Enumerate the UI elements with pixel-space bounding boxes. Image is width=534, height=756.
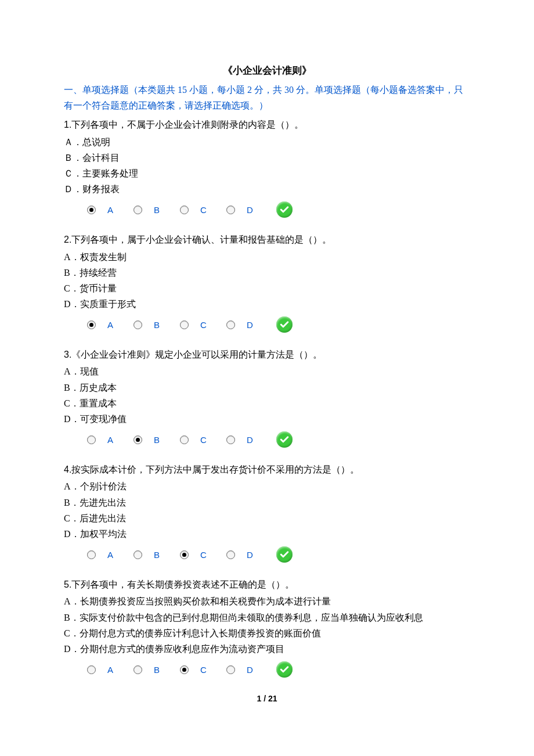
answer-letter: A bbox=[107, 665, 113, 675]
section-instructions: 一、单项选择题（本类题共 15 小题，每小题 2 分，共 30 分。单项选择题（… bbox=[64, 82, 470, 113]
doc-title: 《小企业会计准则》 bbox=[64, 64, 470, 77]
answer-choice[interactable]: C bbox=[180, 665, 226, 675]
radio-icon[interactable] bbox=[180, 665, 189, 674]
answer-letter: B bbox=[154, 665, 160, 675]
question-stem: 按实际成本计价，下列方法中属于发出存货计价不采用的方法是（）。 bbox=[71, 465, 359, 474]
radio-icon[interactable] bbox=[226, 321, 235, 329]
question-option: C．分期付息方式的债券应计利息计入长期债券投资的账面价值 bbox=[64, 625, 470, 641]
question-option: C．货币计量 bbox=[64, 280, 470, 296]
correct-check-icon bbox=[276, 201, 293, 218]
answer-choice[interactable]: B bbox=[134, 320, 180, 330]
answer-choice[interactable]: A bbox=[87, 435, 134, 445]
question-text: 2.下列各项中，属于小企业会计确认、计量和报告基础的是（）。 bbox=[64, 232, 470, 247]
question-option: B．先进先出法 bbox=[64, 495, 470, 510]
radio-icon[interactable] bbox=[87, 550, 96, 559]
radio-icon[interactable] bbox=[134, 321, 142, 329]
question-text: 1.下列各项中，不属于小企业会计准则附录的内容是（）。 bbox=[64, 117, 470, 132]
answer-choice[interactable]: C bbox=[180, 320, 226, 330]
page-number: 1 / 21 bbox=[64, 694, 470, 703]
answer-choice[interactable]: C bbox=[180, 435, 226, 445]
radio-icon[interactable] bbox=[226, 435, 235, 444]
radio-icon[interactable] bbox=[87, 665, 96, 674]
question-option: D．加权平均法 bbox=[64, 526, 470, 542]
radio-icon[interactable] bbox=[180, 206, 189, 214]
question-text: 5.下列各项中，有关长期债券投资表述不正确的是（）。 bbox=[64, 577, 470, 592]
question: 1.下列各项中，不属于小企业会计准则附录的内容是（）。Ａ．总说明Ｂ．会计科目Ｃ．… bbox=[64, 117, 470, 228]
answer-row: ABCD bbox=[64, 657, 470, 688]
answer-choice[interactable]: D bbox=[226, 205, 273, 215]
answer-choice[interactable]: A bbox=[87, 320, 134, 330]
question-option: D．实质重于形式 bbox=[64, 296, 470, 312]
radio-icon[interactable] bbox=[226, 550, 235, 559]
answer-letter: C bbox=[200, 320, 207, 330]
answer-letter: C bbox=[200, 435, 207, 445]
question-stem: 下列各项中，不属于小企业会计准则附录的内容是（）。 bbox=[71, 120, 304, 129]
answer-row: ABCD bbox=[64, 197, 470, 228]
question-option: D．分期付息方式的债券应收利息应作为流动资产项目 bbox=[64, 641, 470, 657]
question-number: 4. bbox=[64, 465, 71, 474]
question-option: A．现值 bbox=[64, 363, 470, 379]
question-option: C．后进先出法 bbox=[64, 510, 470, 526]
question-option: Ｄ．财务报表 bbox=[64, 181, 470, 197]
answer-row: ABCD bbox=[64, 542, 470, 573]
answer-choice[interactable]: A bbox=[87, 550, 134, 560]
answer-choice[interactable]: B bbox=[134, 550, 180, 560]
radio-icon[interactable] bbox=[180, 321, 189, 329]
question-option: Ｃ．主要账务处理 bbox=[64, 165, 470, 181]
answer-choice[interactable]: B bbox=[134, 665, 180, 675]
correct-check-icon bbox=[276, 546, 293, 563]
question-option: A．权责发生制 bbox=[64, 249, 470, 265]
answer-choice[interactable]: A bbox=[87, 665, 134, 675]
radio-icon[interactable] bbox=[87, 435, 96, 444]
radio-icon[interactable] bbox=[226, 206, 235, 214]
question-option: A．长期债券投资应当按照购买价款和相关税费作为成本进行计量 bbox=[64, 593, 470, 609]
radio-icon[interactable] bbox=[134, 435, 142, 444]
question-option: Ｂ．会计科目 bbox=[64, 150, 470, 165]
answer-row: ABCD bbox=[64, 427, 470, 458]
answer-choice[interactable]: D bbox=[226, 320, 273, 330]
question-option: D．可变现净值 bbox=[64, 411, 470, 427]
answer-letter: B bbox=[154, 435, 160, 445]
radio-icon[interactable] bbox=[180, 550, 189, 559]
correct-check-icon bbox=[276, 316, 293, 333]
question-stem: 下列各项中，有关长期债券投资表述不正确的是（）。 bbox=[71, 579, 294, 589]
answer-choice[interactable]: C bbox=[180, 550, 226, 560]
question-text: 4.按实际成本计价，下列方法中属于发出存货计价不采用的方法是（）。 bbox=[64, 462, 470, 477]
radio-icon[interactable] bbox=[87, 321, 96, 329]
answer-letter: D bbox=[247, 320, 253, 330]
answer-choice[interactable]: D bbox=[226, 550, 273, 560]
correct-check-icon bbox=[276, 661, 293, 678]
question: 2.下列各项中，属于小企业会计确认、计量和报告基础的是（）。A．权责发生制B．持… bbox=[64, 232, 470, 343]
correct-check-icon bbox=[276, 431, 293, 448]
question-stem: 《小企业会计准则》规定小企业可以采用的计量方法是（）。 bbox=[71, 350, 322, 359]
answer-choice[interactable]: A bbox=[87, 205, 134, 215]
answer-letter: D bbox=[247, 665, 253, 675]
answer-choice[interactable]: C bbox=[180, 205, 226, 215]
answer-choice[interactable]: D bbox=[226, 665, 273, 675]
question-text: 3.《小企业会计准则》规定小企业可以采用的计量方法是（）。 bbox=[64, 347, 470, 362]
answer-letter: C bbox=[200, 665, 207, 675]
question-option: B．实际支付价款中包含的已到付息期但尚未领取的债券利息，应当单独确认为应收利息 bbox=[64, 610, 470, 625]
question: 3.《小企业会计准则》规定小企业可以采用的计量方法是（）。A．现值B．历史成本C… bbox=[64, 347, 470, 458]
question: 4.按实际成本计价，下列方法中属于发出存货计价不采用的方法是（）。A．个别计价法… bbox=[64, 462, 470, 573]
radio-icon[interactable] bbox=[134, 206, 142, 214]
radio-icon[interactable] bbox=[134, 665, 142, 674]
question-option: Ａ．总说明 bbox=[64, 134, 470, 150]
answer-letter: B bbox=[154, 320, 160, 330]
answer-row: ABCD bbox=[64, 312, 470, 343]
question-number: 3. bbox=[64, 350, 71, 359]
answer-letter: C bbox=[200, 205, 207, 215]
radio-icon[interactable] bbox=[87, 206, 96, 214]
radio-icon[interactable] bbox=[134, 550, 142, 559]
radio-icon[interactable] bbox=[226, 665, 235, 674]
answer-letter: B bbox=[154, 550, 160, 560]
answer-letter: B bbox=[154, 205, 160, 215]
question-number: 5. bbox=[64, 579, 71, 589]
question-number: 2. bbox=[64, 235, 71, 244]
answer-choice[interactable]: B bbox=[134, 205, 180, 215]
answer-choice[interactable]: D bbox=[226, 435, 273, 445]
question-option: B．持续经营 bbox=[64, 265, 470, 280]
answer-choice[interactable]: B bbox=[134, 435, 180, 445]
radio-icon[interactable] bbox=[180, 435, 189, 444]
answer-letter: A bbox=[107, 550, 113, 560]
